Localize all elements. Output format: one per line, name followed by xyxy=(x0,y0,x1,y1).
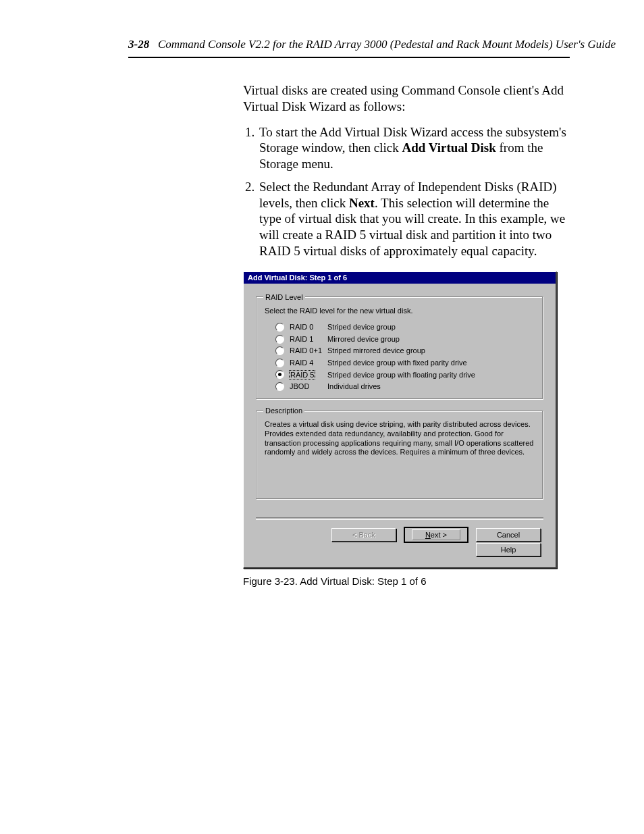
doc-title: Command Console V2.2 for the RAID Array … xyxy=(158,38,616,51)
raid-option-row[interactable]: RAID 0+1Striped mirrored device group xyxy=(275,345,481,357)
dialog-button-row: < Back Next > Cancel Help xyxy=(256,527,543,561)
step-1: To start the Add Virtual Disk Wizard acc… xyxy=(258,124,570,172)
raid-option-row[interactable]: RAID 1Mirrored device group xyxy=(275,333,481,345)
raid-option-row[interactable]: RAID 4Striped device group with fixed pa… xyxy=(275,357,481,369)
dialog-titlebar[interactable]: Add Virtual Disk: Step 1 of 6 xyxy=(244,272,556,284)
radio-icon[interactable] xyxy=(275,335,284,344)
raid-option-label[interactable]: RAID 0+1 xyxy=(290,346,322,355)
header-rule xyxy=(128,57,570,58)
figure-caption: Figure 3-23. Add Virtual Disk: Step 1 of… xyxy=(243,575,570,587)
radio-icon[interactable] xyxy=(275,323,284,332)
raid-option-desc: Striped device group xyxy=(327,321,481,334)
help-button[interactable]: Help xyxy=(476,543,541,556)
raid-option-desc: Mirrored device group xyxy=(327,333,481,345)
intro-paragraph: Virtual disks are created using Command … xyxy=(243,82,570,115)
radio-icon[interactable] xyxy=(275,370,284,379)
page-number: 3-28 xyxy=(128,38,149,51)
back-button: < Back xyxy=(331,528,396,542)
raid-option-row[interactable]: RAID 5Striped device group with floating… xyxy=(275,369,481,381)
cancel-button[interactable]: Cancel xyxy=(476,528,541,542)
raid-option-label[interactable]: RAID 0 xyxy=(290,323,313,331)
raid-level-legend: RAID Level xyxy=(263,293,305,301)
raid-option-label[interactable]: JBOD xyxy=(290,382,309,390)
raid-option-label[interactable]: RAID 1 xyxy=(290,335,313,343)
radio-icon[interactable] xyxy=(275,359,284,367)
raid-option-desc: Individual drives xyxy=(327,380,481,392)
raid-option-row[interactable]: RAID 0Striped device group xyxy=(275,321,481,334)
raid-instruction: Select the RAID level for the new virtua… xyxy=(265,307,536,315)
raid-option-desc: Striped device group with fixed parity d… xyxy=(327,357,481,369)
description-legend: Description xyxy=(263,407,304,415)
raid-level-group: RAID Level Select the RAID level for the… xyxy=(256,293,543,400)
raid-option-desc: Striped mirrored device group xyxy=(327,345,481,357)
radio-icon[interactable] xyxy=(275,346,284,355)
running-header: 3-28 Command Console V2.2 for the RAID A… xyxy=(128,38,570,51)
raid-option-desc: Striped device group with floating parit… xyxy=(327,369,481,381)
description-text: Creates a virtual disk using device stri… xyxy=(265,420,535,457)
raid-option-label[interactable]: RAID 4 xyxy=(290,359,313,367)
description-group: Description Creates a virtual disk using… xyxy=(256,407,543,500)
next-button[interactable]: Next > xyxy=(404,527,468,543)
raid-option-row[interactable]: JBODIndividual drives xyxy=(275,380,481,392)
steps-list: To start the Add Virtual Disk Wizard acc… xyxy=(243,124,570,259)
step-2: Select the Redundant Array of Independen… xyxy=(258,179,570,259)
raid-option-label[interactable]: RAID 5 xyxy=(290,371,315,379)
raid-options-table: RAID 0Striped device groupRAID 1Mirrored… xyxy=(275,321,481,393)
button-separator xyxy=(256,517,543,520)
add-virtual-disk-dialog: Add Virtual Disk: Step 1 of 6 RAID Level… xyxy=(243,271,557,569)
radio-icon[interactable] xyxy=(275,382,284,391)
